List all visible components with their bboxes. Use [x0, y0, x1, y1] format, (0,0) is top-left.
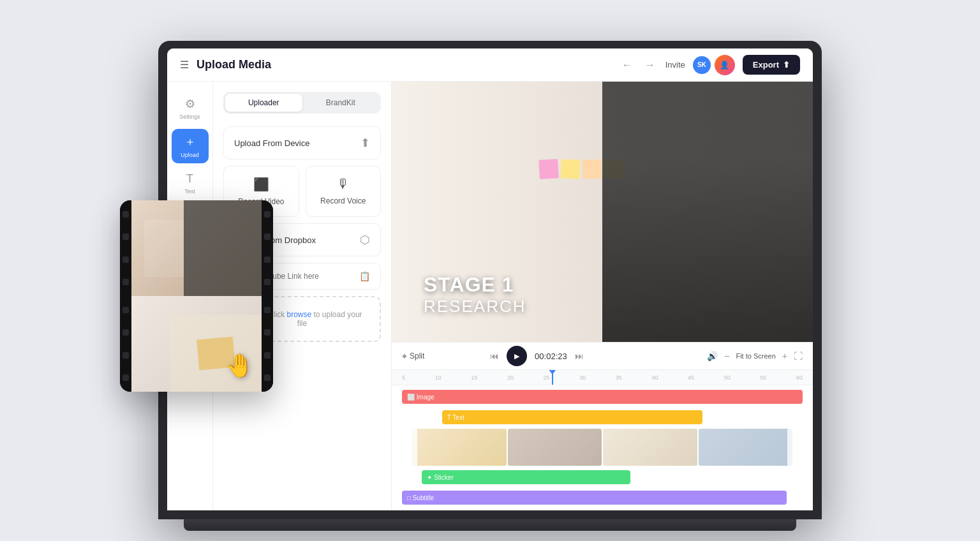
time-display: 00:02:23 — [535, 352, 567, 361]
fit-screen-label: Fit to Screen — [736, 352, 775, 360]
thumbnail-strip — [412, 429, 792, 466]
ruler-40: 40 — [651, 374, 658, 381]
subtitle-track-label: □ Subtitle — [407, 494, 434, 501]
ruler-marks: 5 10 15 20 25 30 35 40 45 50 — [402, 374, 803, 381]
film-strip-top — [120, 200, 273, 296]
forward-button[interactable]: → — [642, 57, 658, 73]
sidebar-text-label: Text — [184, 188, 195, 195]
sidebar-item-text[interactable]: T Text — [172, 167, 209, 200]
film-holes-right — [262, 200, 273, 296]
ruler-50: 50 — [724, 374, 731, 381]
ruler-20: 20 — [507, 374, 514, 381]
film-hole — [122, 374, 129, 381]
text-track[interactable]: T Text — [442, 410, 702, 424]
film-hole — [264, 352, 271, 359]
text-track-label: T Text — [447, 414, 464, 421]
thumb-3 — [603, 429, 697, 466]
film-hole — [264, 256, 271, 263]
sticker-track-label: ✦ Sticker — [427, 474, 453, 481]
plus-zoom-icon[interactable]: + — [782, 351, 787, 361]
export-button[interactable]: Export ⬆ — [743, 55, 800, 75]
dropbox-icon: ⬡ — [360, 233, 370, 247]
minus-zoom-icon[interactable]: − — [724, 351, 729, 361]
film-hole — [264, 329, 271, 336]
frame-person — [184, 200, 262, 296]
header-right: ← → Invite SK 👤 Export ⬆ — [620, 55, 800, 75]
ruler-10: 10 — [435, 374, 442, 381]
app-header: ☰ Upload Media ← → Invite SK 👤 Export — [167, 48, 813, 82]
thumb-1 — [412, 429, 507, 466]
video-overlay: STAGE 1 RESEARCH — [424, 273, 526, 316]
avatar-group: SK 👤 — [693, 55, 735, 75]
sidebar-settings-label: Settings — [179, 114, 200, 120]
film-hole — [264, 233, 271, 240]
thumb-handle-right[interactable] — [787, 429, 792, 466]
person-area — [602, 82, 813, 342]
export-label: Export — [753, 60, 779, 70]
skip-back-button[interactable]: ⏮ — [490, 351, 499, 361]
cursor-hand-icon: 🤚 — [225, 352, 254, 379]
record-voice-label: Record Voice — [320, 196, 366, 205]
skip-forward-button[interactable]: ⏭ — [575, 351, 584, 361]
thumb-handle-left[interactable] — [412, 429, 417, 466]
volume-icon[interactable]: 🔊 — [707, 351, 718, 361]
ruler-15: 15 — [471, 374, 477, 381]
playbar: ⌖ Split ⏮ ▶ 00:02:23 ⏭ 🔊 − — [392, 342, 813, 370]
play-button[interactable]: ▶ — [507, 346, 527, 366]
image-track-label: ⬜ Image — [407, 394, 434, 401]
invite-button[interactable]: Invite — [665, 60, 685, 70]
film-hole — [264, 211, 271, 218]
menu-icon[interactable]: ☰ — [180, 59, 189, 71]
sidebar-item-settings[interactable]: ⚙ Settings — [172, 92, 209, 125]
fullscreen-icon[interactable]: ⛶ — [794, 351, 803, 361]
sidebar-item-upload[interactable]: ＋ Upload — [172, 129, 209, 163]
sticky-orange — [583, 159, 602, 179]
header-left: ☰ Upload Media — [180, 58, 271, 71]
sticker-track[interactable]: ✦ Sticker — [422, 470, 630, 484]
image-track-row: ⬜ Image — [402, 388, 803, 406]
film-holes-right-2 — [262, 296, 273, 392]
film-holes-left-2 — [120, 296, 131, 392]
film-hole — [122, 352, 129, 359]
image-track[interactable]: ⬜ Image — [402, 390, 803, 404]
tab-uploader[interactable]: Uploader — [225, 94, 302, 112]
film-hole — [122, 233, 129, 240]
settings-icon: ⚙ — [185, 97, 195, 111]
timeline-area: 5 10 15 20 25 30 35 40 45 50 — [392, 370, 813, 510]
timeline-tracks: ⬜ Image T Text — [392, 385, 813, 509]
sticker-track-row: ✦ Sticker — [402, 468, 803, 486]
user-badge: SK — [693, 56, 711, 74]
ruler-35: 35 — [616, 374, 622, 381]
preview-area: STAGE 1 RESEARCH ⌖ Split ⏮ — [392, 82, 813, 510]
ruler-45: 45 — [688, 374, 694, 381]
film-hole — [122, 307, 129, 313]
film-hole — [264, 307, 271, 313]
film-hole — [122, 256, 129, 263]
ruler-60: 60 — [796, 374, 803, 381]
back-button[interactable]: ← — [620, 57, 635, 73]
frame-light — [144, 219, 183, 277]
film-card: 🤚 — [120, 200, 273, 392]
upload-icon: ＋ — [184, 134, 196, 149]
upload-device-icon: ⬆ — [360, 136, 370, 150]
tab-brandkit[interactable]: BrandKit — [302, 94, 380, 112]
subtitle-track[interactable]: □ Subtitle — [402, 491, 787, 505]
split-label: Split — [410, 352, 424, 360]
film-hole — [122, 279, 129, 285]
split-button[interactable]: ⌖ Split — [402, 351, 424, 362]
paste-icon: 📋 — [359, 271, 370, 281]
upload-device-option[interactable]: Upload From Device ⬆ — [223, 126, 381, 159]
sticky-pink — [538, 159, 559, 180]
playback-controls: ⏮ ▶ 00:02:23 ⏭ — [490, 346, 584, 366]
browse-link[interactable]: browse — [286, 310, 311, 319]
record-voice-card[interactable]: 🎙 Record Voice — [306, 166, 382, 217]
playhead[interactable] — [552, 370, 553, 385]
timeline-ruler: 5 10 15 20 25 30 35 40 45 50 — [392, 370, 813, 385]
record-voice-icon: 🎙 — [337, 177, 350, 191]
film-frame-top — [131, 200, 262, 296]
film-hole — [264, 374, 271, 381]
thumb-2 — [508, 429, 602, 466]
upload-device-label: Upload From Device — [234, 138, 310, 148]
film-hole — [264, 279, 271, 285]
text-icon: T — [186, 172, 193, 186]
